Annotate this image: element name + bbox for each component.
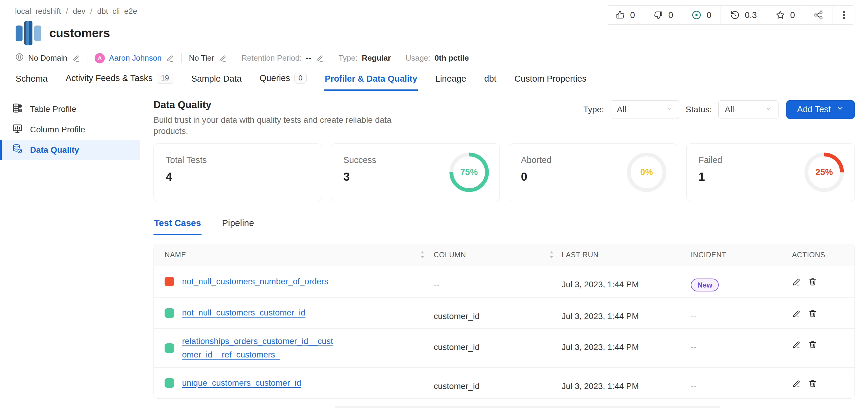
sidebar-item-data-quality[interactable]: Data Quality — [0, 140, 140, 160]
test-last-run-cell: Jul 3, 2023, 1:44 PM — [562, 374, 691, 392]
tab-queries[interactable]: Queries 0 — [259, 71, 307, 91]
retention-meta: Retention Period: -- — [242, 54, 324, 63]
aborted-percent-label: 0% — [626, 152, 667, 192]
open-tasks-button[interactable]: 0 — [682, 6, 720, 24]
version-history-button[interactable]: 0.3 — [720, 6, 766, 24]
retention-value: -- — [306, 54, 311, 63]
tab-lineage[interactable]: Lineage — [435, 72, 467, 91]
open-tasks-count: 0 — [706, 10, 711, 20]
test-case-link[interactable]: unique_customers_customer_id — [182, 376, 301, 390]
type-filter-label: Type: — [583, 105, 604, 115]
task-status-icon — [691, 10, 702, 20]
test-status-indicator — [164, 308, 174, 318]
edit-domain-button[interactable] — [71, 54, 80, 62]
downvote-count: 0 — [668, 10, 673, 20]
globe-icon — [15, 53, 24, 64]
test-incident-cell: -- — [691, 335, 781, 362]
downvote-button[interactable]: 0 — [644, 6, 682, 24]
card-label: Total Tests — [166, 155, 310, 165]
chevron-down-icon — [836, 104, 844, 115]
follow-star-button[interactable]: 0 — [766, 6, 804, 24]
sort-icon[interactable] — [420, 251, 425, 259]
breadcrumb-schema[interactable]: dbt_cli_e2e — [97, 7, 137, 16]
table-profile-icon — [12, 103, 23, 116]
test-incident-cell: New — [691, 272, 781, 291]
success-card: Success 3 75% — [331, 143, 499, 201]
tab-sample-data[interactable]: Sample Data — [191, 72, 242, 91]
upvote-count: 0 — [630, 10, 635, 20]
edit-test-button[interactable] — [792, 277, 801, 286]
meta-divider — [87, 54, 87, 63]
delete-test-button[interactable] — [808, 309, 817, 318]
failed-percent-label: 25% — [804, 152, 844, 192]
tab-profiler-data-quality[interactable]: Profiler & Data Quality — [324, 72, 418, 91]
owner-meta: A Aaron Johnson — [95, 53, 174, 63]
tab-custom-properties[interactable]: Custom Properties — [514, 72, 587, 91]
column-header-incident: INCIDENT — [691, 251, 781, 259]
delete-test-button[interactable] — [808, 277, 817, 286]
aborted-percent-ring: 0% — [626, 152, 667, 192]
breadcrumb-separator: / — [90, 7, 92, 16]
more-options-button[interactable] — [833, 6, 855, 24]
test-last-run-cell: Jul 3, 2023, 1:44 PM — [562, 304, 691, 322]
type-label: Type: — [339, 54, 358, 63]
test-status-indicator — [164, 277, 174, 286]
subtab-test-cases[interactable]: Test Cases — [153, 217, 202, 235]
version-number: 0.3 — [745, 10, 757, 20]
test-case-link[interactable]: relationships_orders_customer_id__custom… — [182, 335, 334, 362]
edit-tier-button[interactable] — [218, 54, 227, 62]
column-profile-icon — [12, 123, 23, 136]
success-percent-ring: 75% — [449, 152, 489, 192]
test-subtabs: Test Cases Pipeline — [153, 217, 855, 235]
status-filter-value: All — [725, 105, 734, 115]
edit-test-button[interactable] — [792, 309, 801, 318]
share-button[interactable] — [804, 6, 833, 24]
tab-activity-feeds[interactable]: Activity Feeds & Tasks 19 — [65, 71, 174, 91]
subtab-pipeline[interactable]: Pipeline — [221, 217, 255, 235]
edit-retention-button[interactable] — [315, 54, 324, 62]
test-column-cell: customer_id — [433, 335, 562, 362]
test-case-link[interactable]: not_null_customers_customer_id — [182, 306, 306, 320]
entity-action-bar: 0 0 0 0.3 0 — [606, 5, 856, 25]
delete-test-button[interactable] — [808, 340, 817, 349]
test-column-cell: customer_id — [433, 374, 562, 392]
section-description: Build trust in your data with quality te… — [153, 115, 424, 137]
test-case-link[interactable]: not_null_customers_number_of_orders — [182, 275, 328, 288]
tab-schema[interactable]: Schema — [15, 72, 48, 91]
page-title: customers — [49, 26, 110, 40]
test-incident-cell: -- — [691, 374, 781, 392]
sort-icon[interactable] — [549, 251, 554, 259]
delete-test-button[interactable] — [808, 379, 817, 388]
table-header-row: NAME COLUMN LAST RUN INCIDENT ACTIONS — [154, 244, 855, 266]
edit-test-button[interactable] — [792, 379, 801, 388]
status-filter-label: Status: — [686, 105, 712, 115]
section-title: Data Quality — [153, 99, 424, 110]
edit-owner-button[interactable] — [166, 54, 174, 62]
failed-card: Failed 1 25% — [686, 143, 855, 201]
owner-link[interactable]: Aaron Johnson — [109, 54, 162, 63]
sidebar-item-table-profile[interactable]: Table Profile — [0, 99, 140, 120]
edit-test-button[interactable] — [792, 340, 801, 349]
tab-dbt[interactable]: dbt — [484, 72, 497, 91]
breadcrumb-service[interactable]: local_redshift — [15, 7, 61, 16]
data-quality-icon — [12, 143, 23, 156]
sidebar-item-column-profile[interactable]: Column Profile — [0, 120, 140, 140]
upvote-button[interactable]: 0 — [606, 6, 644, 24]
card-value: 4 — [166, 170, 310, 183]
redshift-table-icon — [15, 21, 41, 45]
column-header-column: COLUMN — [433, 251, 562, 259]
column-header-last-run: LAST RUN — [562, 251, 691, 259]
success-percent-label: 75% — [449, 152, 489, 192]
incident-new-badge[interactable]: New — [691, 279, 719, 291]
retention-label: Retention Period: — [242, 54, 302, 63]
status-filter-select[interactable]: All — [718, 100, 778, 119]
test-last-run-cell: Jul 3, 2023, 1:44 PM — [562, 335, 691, 362]
entity-tabs: Schema Activity Feeds & Tasks 19 Sample … — [15, 71, 856, 91]
follower-count: 0 — [790, 10, 795, 20]
type-filter-select[interactable]: All — [611, 100, 679, 119]
usage-label: Usage: — [405, 54, 430, 63]
usage-meta: Usage: 0th pctile — [405, 54, 469, 63]
add-test-button[interactable]: Add Test — [786, 100, 855, 119]
tier-meta: No Tier — [189, 54, 227, 63]
breadcrumb-database[interactable]: dev — [73, 7, 85, 16]
